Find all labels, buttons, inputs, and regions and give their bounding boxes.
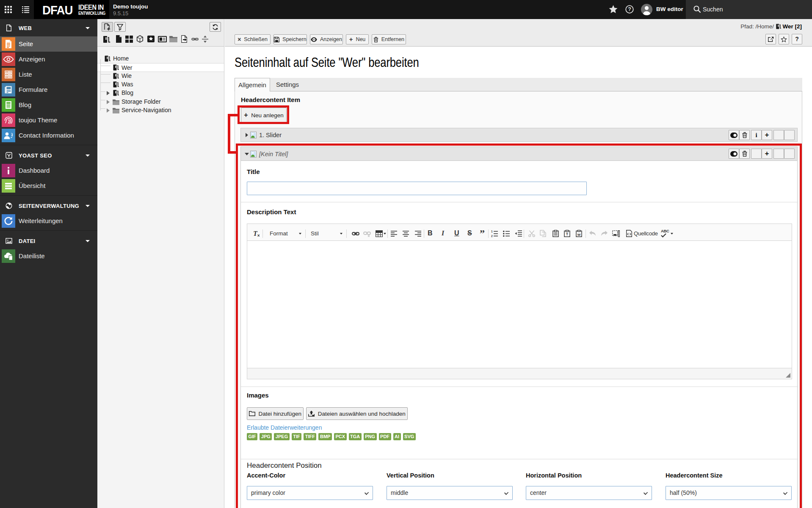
svg-text:?: ? (628, 6, 631, 12)
